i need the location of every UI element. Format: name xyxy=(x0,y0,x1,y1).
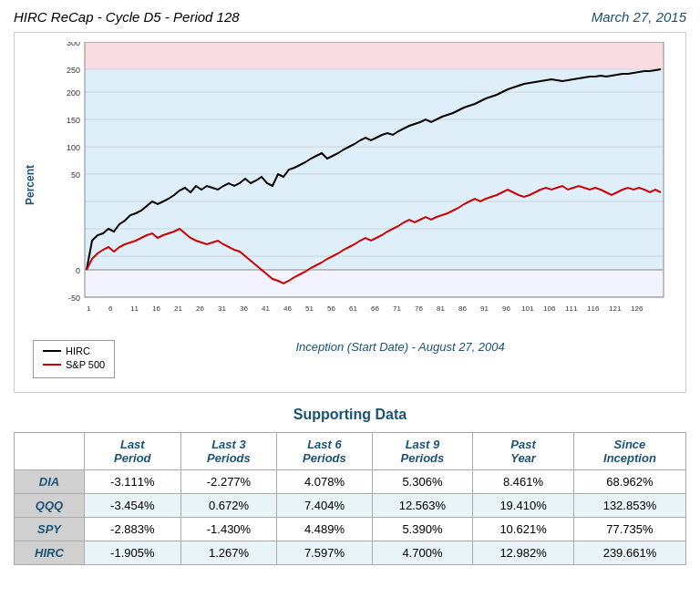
svg-text:51: 51 xyxy=(305,304,314,313)
supporting-data-title: Supporting Data xyxy=(14,407,686,423)
cell-dia-col3: 5.306% xyxy=(372,470,473,494)
svg-text:16: 16 xyxy=(152,304,160,313)
table-row: QQQ-3.454%0.672%7.404%12.563%19.410%132.… xyxy=(15,494,686,518)
chart-svg: 300 250 200 150 100 50 0 -50 1 6 11 16 2… xyxy=(40,42,676,328)
row-label-qqq: QQQ xyxy=(15,494,85,518)
legend-hirc: HIRC xyxy=(43,345,105,356)
svg-text:-50: -50 xyxy=(68,294,80,303)
table-header-row: LastPeriod Last 3Periods Last 6Periods L… xyxy=(15,433,686,470)
row-label-dia: DIA xyxy=(15,470,85,494)
svg-text:0: 0 xyxy=(76,266,80,275)
cell-qqq-col3: 12.563% xyxy=(372,494,473,518)
col-header-last-9: Last 9Periods xyxy=(372,433,473,470)
row-label-hirc: HIRC xyxy=(15,541,85,565)
col-header-last-3: Last 3Periods xyxy=(180,433,277,470)
svg-text:116: 116 xyxy=(587,304,600,313)
cell-hirc-col4: 12.982% xyxy=(473,541,574,565)
legend-sp500: S&P 500 xyxy=(43,359,105,370)
svg-text:300: 300 xyxy=(67,42,80,47)
page-title: HIRC ReCap - Cycle D5 - Period 128 xyxy=(14,9,240,25)
cell-qqq-col5: 132.853% xyxy=(573,494,685,518)
svg-text:11: 11 xyxy=(130,304,139,313)
svg-text:1: 1 xyxy=(87,304,91,313)
cell-dia-col1: -2.277% xyxy=(180,470,277,494)
svg-text:96: 96 xyxy=(502,304,510,313)
legend-sp500-label: S&P 500 xyxy=(66,359,105,370)
svg-text:200: 200 xyxy=(67,88,80,98)
svg-text:36: 36 xyxy=(240,304,248,313)
svg-text:76: 76 xyxy=(415,304,423,313)
legend-inception-row: HIRC S&P 500 Inception (Start Date) - Au… xyxy=(24,335,676,383)
svg-text:106: 106 xyxy=(543,304,556,313)
svg-text:111: 111 xyxy=(565,304,578,313)
cell-spy-col0: -2.883% xyxy=(85,518,181,541)
svg-text:121: 121 xyxy=(609,304,622,313)
svg-text:86: 86 xyxy=(458,304,467,313)
svg-text:61: 61 xyxy=(349,304,357,313)
cell-hirc-col5: 239.661% xyxy=(573,541,685,565)
svg-text:21: 21 xyxy=(174,304,182,313)
svg-text:81: 81 xyxy=(437,304,445,313)
cell-dia-col0: -3.111% xyxy=(85,470,181,494)
svg-text:101: 101 xyxy=(521,304,534,313)
legend-hirc-label: HIRC xyxy=(66,345,90,356)
svg-text:100: 100 xyxy=(67,143,80,152)
col-header-last-period: LastPeriod xyxy=(85,433,181,470)
y-axis-label: Percent xyxy=(24,42,36,328)
svg-text:66: 66 xyxy=(371,304,379,313)
svg-text:50: 50 xyxy=(71,170,80,180)
svg-text:26: 26 xyxy=(196,304,204,313)
table-row: DIA-3.111%-2.277%4.078%5.306%8.461%68.96… xyxy=(15,470,686,494)
svg-text:91: 91 xyxy=(480,304,489,313)
cell-hirc-col2: 7.597% xyxy=(277,541,372,565)
inception-text: Inception (Start Date) - August 27, 2004 xyxy=(133,340,667,354)
cell-qqq-col2: 7.404% xyxy=(277,494,372,518)
svg-text:150: 150 xyxy=(67,116,80,125)
cell-dia-col4: 8.461% xyxy=(473,470,574,494)
svg-text:31: 31 xyxy=(218,304,226,313)
cell-spy-col1: -1.430% xyxy=(180,518,277,541)
legend-box: HIRC S&P 500 xyxy=(33,340,115,378)
col-header-since-inception: SinceInception xyxy=(573,433,685,470)
svg-text:126: 126 xyxy=(631,304,643,313)
col-header-last-6: Last 6Periods xyxy=(277,433,372,470)
col-header-empty xyxy=(15,433,85,470)
page-date: March 27, 2015 xyxy=(592,9,686,25)
cell-dia-col2: 4.078% xyxy=(277,470,372,494)
cell-spy-col4: 10.621% xyxy=(473,518,574,541)
svg-text:41: 41 xyxy=(262,304,270,313)
supporting-data-section: Supporting Data LastPeriod Last 3Periods… xyxy=(14,407,686,565)
col-header-past-year: PastYear xyxy=(473,433,574,470)
svg-text:46: 46 xyxy=(283,304,292,313)
svg-rect-0 xyxy=(85,42,664,69)
cell-spy-col5: 77.735% xyxy=(573,518,685,541)
cell-spy-col2: 4.489% xyxy=(277,518,372,541)
svg-text:250: 250 xyxy=(67,66,80,75)
cell-qqq-col4: 19.410% xyxy=(473,494,574,518)
chart-container: Percent xyxy=(14,32,686,393)
table-row: SPY-2.883%-1.430%4.489%5.390%10.621%77.7… xyxy=(15,518,686,541)
cell-hirc-col3: 4.700% xyxy=(372,541,473,565)
svg-text:6: 6 xyxy=(108,304,113,313)
cell-qqq-col0: -3.454% xyxy=(85,494,181,518)
page-header: HIRC ReCap - Cycle D5 - Period 128 March… xyxy=(14,9,686,25)
row-label-spy: SPY xyxy=(15,518,85,541)
svg-text:71: 71 xyxy=(393,304,401,313)
cell-qqq-col1: 0.672% xyxy=(180,494,277,518)
cell-spy-col3: 5.390% xyxy=(372,518,473,541)
table-row: HIRC-1.905%1.267%7.597%4.700%12.982%239.… xyxy=(15,541,686,565)
chart-area: Percent xyxy=(24,42,676,328)
cell-hirc-col1: 1.267% xyxy=(180,541,277,565)
svg-text:56: 56 xyxy=(327,304,335,313)
svg-rect-2 xyxy=(85,270,664,297)
cell-dia-col5: 68.962% xyxy=(573,470,685,494)
data-table: LastPeriod Last 3Periods Last 6Periods L… xyxy=(14,432,686,565)
cell-hirc-col0: -1.905% xyxy=(85,541,181,565)
